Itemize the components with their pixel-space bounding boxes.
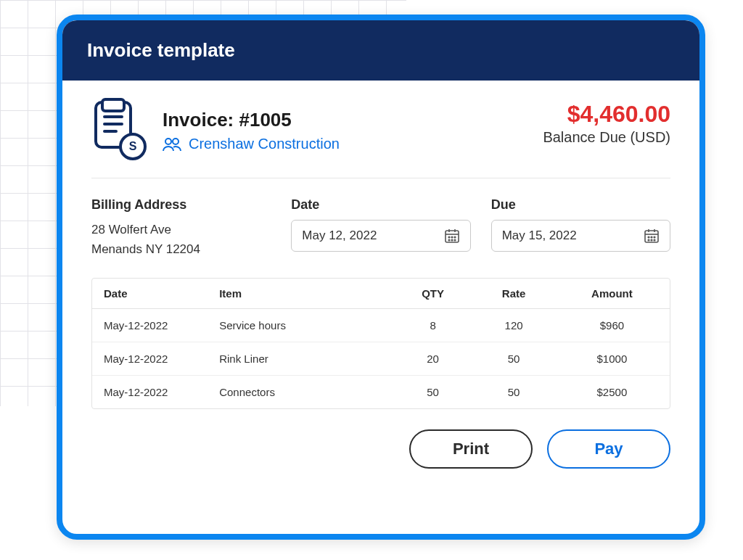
table-row: May-12-2022Rink Liner2050$1000: [92, 342, 670, 376]
svg-point-9: [448, 239, 450, 241]
invoice-identity: S Invoice: #1005 Crenshaw: [91, 101, 340, 160]
cell-item: Rink Liner: [208, 342, 393, 376]
svg-point-16: [648, 236, 649, 238]
card-title: Invoice template: [87, 39, 235, 61]
cell-amount: $1000: [554, 342, 670, 376]
clipboard-dollar-icon: S: [91, 101, 147, 160]
cell-qty: 8: [393, 309, 473, 342]
cell-item: Service hours: [208, 309, 393, 342]
card-header: Invoice template: [62, 20, 699, 81]
svg-point-1: [173, 139, 178, 144]
svg-point-18: [654, 236, 655, 238]
svg-point-17: [651, 236, 652, 238]
currency-coin-icon: S: [119, 133, 147, 160]
calendar-icon: [644, 228, 660, 244]
calendar-icon: [444, 228, 460, 244]
info-row: Billing Address 28 Wolfert Ave Menands N…: [91, 178, 670, 259]
table-header-row: Date Item QTY Rate Amount: [92, 279, 670, 309]
cell-amount: $2500: [554, 376, 670, 409]
cell-item: Connectors: [208, 376, 393, 409]
table-row: May-12-2022Connectors5050$2500: [92, 376, 670, 409]
cell-rate: 120: [473, 309, 554, 342]
line-items-table: Date Item QTY Rate Amount May-12-2022Ser…: [91, 278, 670, 409]
col-date: Date: [92, 279, 208, 309]
due-value: May 15, 2022: [502, 228, 577, 243]
billing-line-1: 28 Wolfert Ave: [91, 220, 271, 239]
col-qty: QTY: [393, 279, 473, 309]
customer-link[interactable]: Crenshaw Construction: [163, 136, 340, 152]
billing-address-label: Billing Address: [91, 197, 271, 213]
balance-label: Balance Due (USD): [543, 129, 670, 146]
invoice-card: Invoice template S Invoice: #1005: [57, 15, 705, 540]
svg-point-20: [651, 239, 652, 241]
invoice-number: Invoice: #1005: [163, 109, 340, 131]
cell-qty: 20: [393, 342, 473, 376]
svg-point-7: [451, 236, 453, 238]
billing-address-block: Billing Address 28 Wolfert Ave Menands N…: [91, 197, 271, 259]
cell-date: May-12-2022: [92, 309, 208, 342]
invoice-summary-row: S Invoice: #1005 Crenshaw: [91, 101, 670, 178]
date-value: May 12, 2022: [302, 228, 377, 243]
cell-rate: 50: [473, 376, 554, 409]
due-field[interactable]: May 15, 2022: [491, 220, 670, 252]
svg-point-6: [448, 236, 450, 238]
date-field[interactable]: May 12, 2022: [291, 220, 470, 252]
svg-point-11: [454, 239, 456, 241]
balance-block: $4,460.00 Balance Due (USD): [543, 101, 670, 146]
due-label: Due: [491, 197, 670, 213]
billing-line-2: Menands NY 12204: [91, 239, 271, 259]
cell-date: May-12-2022: [92, 376, 208, 409]
svg-point-8: [454, 236, 456, 238]
actions-row: Print Pay: [91, 429, 670, 469]
print-button[interactable]: Print: [409, 429, 533, 469]
date-label: Date: [291, 197, 470, 213]
svg-point-10: [451, 239, 453, 241]
col-item: Item: [208, 279, 393, 309]
card-body: S Invoice: #1005 Crenshaw: [62, 81, 699, 534]
people-icon: [163, 137, 181, 152]
cell-amount: $960: [554, 309, 670, 342]
svg-point-19: [648, 239, 649, 241]
due-block: Due May 15, 2022: [491, 197, 670, 259]
date-block: Date May 12, 2022: [291, 197, 470, 259]
col-rate: Rate: [473, 279, 554, 309]
pay-button[interactable]: Pay: [547, 429, 670, 469]
svg-point-21: [654, 239, 655, 241]
customer-name: Crenshaw Construction: [189, 136, 340, 152]
svg-point-0: [165, 139, 171, 144]
cell-date: May-12-2022: [92, 342, 208, 376]
cell-rate: 50: [473, 342, 554, 376]
col-amount: Amount: [554, 279, 670, 309]
cell-qty: 50: [393, 376, 473, 409]
balance-amount: $4,460.00: [543, 101, 670, 128]
table-row: May-12-2022Service hours8120$960: [92, 309, 670, 342]
